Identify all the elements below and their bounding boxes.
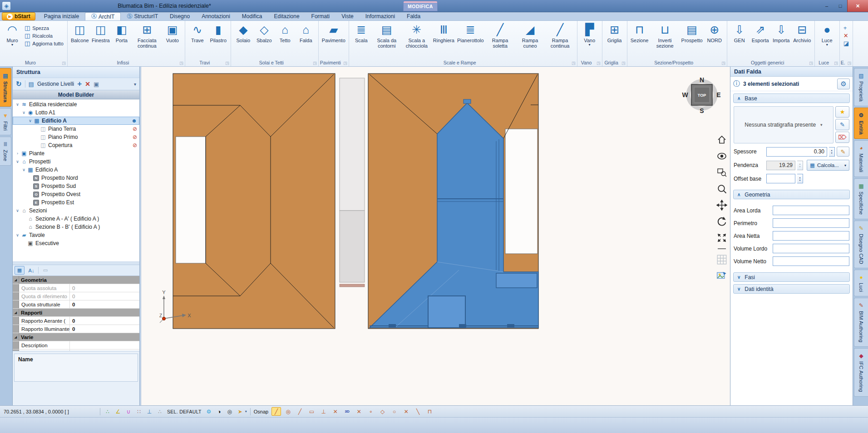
ribbon-button-importa[interactable]: ⇩Importa <box>771 22 792 44</box>
ribbon-button-pilastro[interactable]: ▮Pilastro <box>208 22 229 44</box>
osnap-3d-icon[interactable]: 3D <box>342 407 352 416</box>
ribbon-button-aggiorna-tutto[interactable]: ◫Aggiorna tutto <box>25 40 64 46</box>
falda-settings-button[interactable]: ⚙ <box>837 79 850 89</box>
tree-item-piante[interactable]: ›▣Piante <box>13 149 139 157</box>
section-geometria-header[interactable]: ∧ Geometria <box>733 190 850 199</box>
rotate-view-icon[interactable] <box>716 216 728 227</box>
property-value[interactable]: 0 <box>70 317 139 325</box>
pointer-icon[interactable]: ➤ <box>236 408 244 415</box>
grid-toggle-icon[interactable] <box>716 254 728 266</box>
ribbon-button-spezza[interactable]: ◫Spezza <box>25 25 64 31</box>
visibility-off-icon[interactable]: ⊘ <box>133 126 137 132</box>
property-row-rapporto-illuminante[interactable]: Rapporto Illuminante0 <box>13 325 139 333</box>
perimetro-input[interactable] <box>773 218 849 228</box>
ribbon-button-porta[interactable]: ◧Porta <box>111 22 132 44</box>
dialog-launcher-icon[interactable]: ◳ <box>721 61 725 65</box>
snap-ortho-icon[interactable]: ⊥ <box>145 408 153 415</box>
area-lorda-input[interactable] <box>773 206 849 215</box>
apply-style-button[interactable]: ✎ <box>837 147 849 157</box>
ribbon-button-prospetto[interactable]: ▤Prospetto <box>680 22 704 44</box>
chevron-down-icon[interactable]: ∨ <box>21 110 27 115</box>
tab-viste[interactable]: Viste <box>335 12 359 20</box>
compass-west[interactable]: W <box>682 91 688 98</box>
building-left[interactable] <box>173 74 335 329</box>
chevron-down-icon[interactable]: ∨ <box>15 102 20 107</box>
tree-item-piano-primo[interactable]: ◫Piano Primo⊘ <box>13 133 139 141</box>
ribbon-button-ricalcola[interactable]: ◫Ricalcola <box>25 33 64 39</box>
render-image-icon[interactable] <box>716 270 728 282</box>
stratigrafia-dropdown[interactable]: Nessuna stratigrafia presente ▾ <box>734 106 833 143</box>
tree-item-tavole[interactable]: ∨▰Tavole <box>13 231 139 239</box>
area-netta-input[interactable] <box>773 231 849 241</box>
osnap-center-icon[interactable]: ◎ <box>283 407 293 416</box>
ribbon-button-add[interactable]: + <box>843 25 849 31</box>
ribbon-button-solaio[interactable]: ◆Solaio <box>233 22 254 44</box>
ribbon-button-pavimento[interactable]: ▰Pavimento <box>321 22 347 44</box>
chevron-down-icon[interactable]: ∨ <box>15 233 20 237</box>
ribbon-button-griglia[interactable]: ⊞Griglia <box>604 22 625 44</box>
visibility-off-icon[interactable]: ⊘ <box>133 142 137 148</box>
offset-base-input[interactable] <box>766 174 795 183</box>
snap-tracking-icon[interactable]: ∴ <box>156 408 164 415</box>
chevron-down-icon[interactable]: ∨ <box>27 118 33 123</box>
volume-lordo-input[interactable] <box>773 244 849 253</box>
tree-item-copertura[interactable]: ◫Copertura⊘ <box>13 141 139 149</box>
dialog-launcher-icon[interactable]: ◳ <box>847 61 851 65</box>
ribbon-button-falda[interactable]: ⌂Falda <box>296 22 316 44</box>
volume-netto-input[interactable] <box>773 256 849 266</box>
ribbon-button-inverti-sezione[interactable]: ⊔Inverti sezione <box>650 22 680 49</box>
chevron-right-icon[interactable]: › <box>15 151 20 156</box>
tree-item-sezione-a-a-edificio-a[interactable]: ⌂Sezione A - A' ( Edificio A ) <box>13 215 139 223</box>
contrast-icon[interactable]: ◑ <box>215 408 223 415</box>
property-value[interactable]: 0 <box>70 300 139 308</box>
osnap-clear-icon[interactable]: ⊓ <box>425 407 434 416</box>
ribbon-button-gen[interactable]: ⇩GEN <box>729 22 750 44</box>
visibility-off-icon[interactable]: ⊘ <box>133 134 137 140</box>
dialog-launcher-icon[interactable]: ◳ <box>225 61 229 65</box>
tab-disegno[interactable]: Disegno <box>164 12 196 20</box>
osnap-nearest-icon[interactable]: ✕ <box>330 407 340 416</box>
zoom-icon[interactable] <box>716 183 728 195</box>
ribbon-button-trave[interactable]: ∿Trave <box>187 22 208 44</box>
maximize-button[interactable]: □ <box>833 1 847 10</box>
favorites-star-button[interactable]: ★ <box>835 106 849 118</box>
ribbon-button-delete[interactable]: ✕ <box>843 33 849 39</box>
snap-magnet-icon[interactable]: ∪ <box>124 408 133 415</box>
dialog-launcher-icon[interactable]: ◳ <box>343 61 347 65</box>
tab-archit[interactable]: ⒶArchIT <box>85 12 121 20</box>
dialog-launcher-icon[interactable]: ◳ <box>834 61 838 65</box>
pendenza-input[interactable]: 19.29 <box>766 161 795 170</box>
dialog-launcher-icon[interactable]: ◳ <box>572 61 576 65</box>
right-tab-entit[interactable]: ⚙Entità <box>854 108 868 139</box>
ribbon-button-muro[interactable]: ◠Muro▾ <box>2 22 23 47</box>
add-level-button[interactable]: + <box>77 79 82 89</box>
dialog-launcher-icon[interactable]: ◳ <box>313 61 317 65</box>
property-pages-button[interactable]: ▭ <box>40 266 50 275</box>
chevron-down-icon[interactable]: ∨ <box>15 208 20 213</box>
gestione-livelli-button[interactable]: Gestione Livelli <box>37 81 74 87</box>
osnap-extension-icon[interactable]: ╲ <box>413 407 423 416</box>
property-value[interactable] <box>70 341 139 349</box>
tree-item-edificio-a[interactable]: ∨▦Edificio A <box>13 166 139 174</box>
compass-east[interactable]: E <box>716 91 720 98</box>
osnap-quadrant-icon[interactable]: ◇ <box>378 407 387 416</box>
edit-stratigrafia-button[interactable]: ✎ <box>835 119 849 130</box>
tree-item-piano-terra[interactable]: ◫Piano Terra⊘ <box>13 125 139 133</box>
zoom-extents-icon[interactable] <box>716 232 728 244</box>
dialog-launcher-icon[interactable]: ◳ <box>809 61 813 65</box>
toolbar-more-caret[interactable]: ▾ <box>134 82 136 87</box>
ribbon-button-nord[interactable]: ⊕NORD <box>704 22 725 44</box>
tree-item-prospetto-ovest[interactable]: OProspetto Ovest <box>13 190 139 198</box>
ribbon-button-ringhiera[interactable]: ⅢRinghiera <box>432 22 456 44</box>
ribbon-button-scala[interactable]: ≣Scala <box>351 22 372 44</box>
app-icon[interactable]: ◈ <box>2 1 11 10</box>
compass-south[interactable]: S <box>700 107 704 114</box>
ribbon-button-scala-da-contorni[interactable]: ▤Scala da contorni <box>372 22 402 49</box>
tree-item-prospetto-est[interactable]: EProspetto Est <box>13 198 139 207</box>
tree-item-sezione-b-b-edificio-a[interactable]: ⌂Sezione B - B' ( Edificio A ) <box>13 223 139 231</box>
property-category-geometria[interactable]: ◢Geometria <box>13 276 139 284</box>
calcola-button[interactable]: ▦ Calcola... ▾ <box>807 160 849 171</box>
right-tab-materiali[interactable]: ◕Materiali <box>854 140 868 177</box>
tree-item-sezioni[interactable]: ∨⌂Sezioni <box>13 207 139 215</box>
panel-splitter[interactable] <box>13 262 139 265</box>
